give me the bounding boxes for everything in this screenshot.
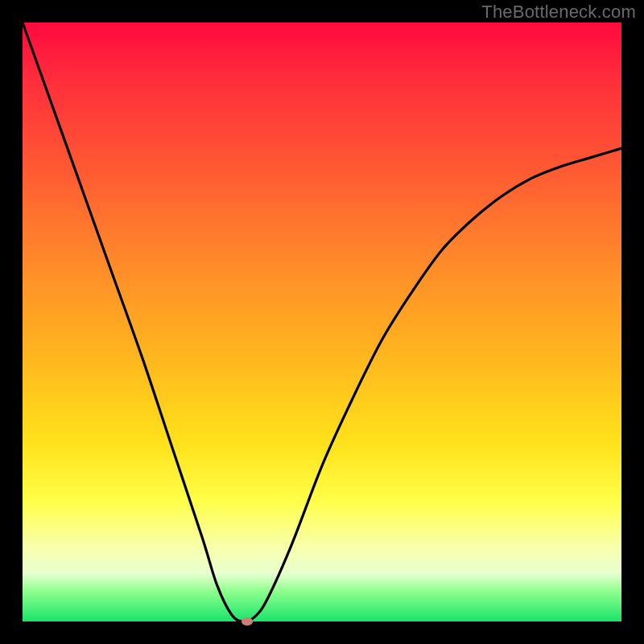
watermark-text: TheBottleneck.com [481,2,636,23]
chart-frame: TheBottleneck.com [0,0,644,644]
plot-area [23,23,621,621]
bottleneck-curve [23,23,621,621]
minimum-marker [242,617,253,625]
